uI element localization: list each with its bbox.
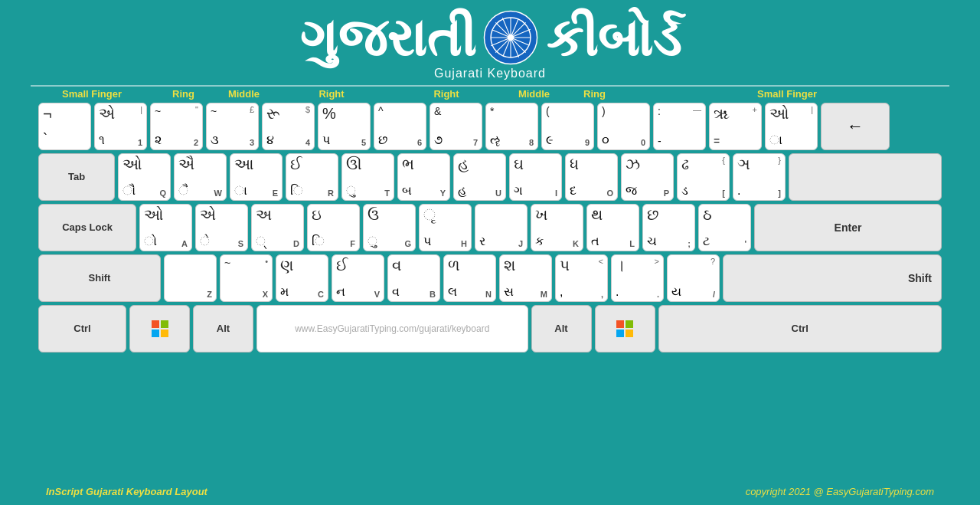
key-lbracket[interactable]: ઢ { ડ [ — [677, 153, 730, 201]
key-q[interactable]: ઓ ૌ Q — [118, 153, 171, 201]
key-1[interactable]: એ | ૧ 1 — [94, 103, 147, 150]
key-n[interactable]: ળ લ N — [443, 254, 496, 302]
key-y[interactable]: ભ બ Y — [397, 153, 450, 201]
title-english: Gujarati Keyboard — [299, 67, 681, 80]
key-z[interactable]: Z — [164, 254, 217, 302]
finger-middle-right: Middle — [504, 85, 564, 100]
key-semicolon[interactable]: છ ચ ; — [642, 204, 695, 251]
key-3[interactable]: ~ £ ૩ 3 — [206, 103, 259, 150]
key-i[interactable]: ઘ ગ I — [509, 153, 562, 201]
key-v[interactable]: ઈ ન V — [332, 254, 384, 302]
key-p[interactable]: ઝ જ P — [621, 153, 674, 201]
key-backslash[interactable]: ઓ | ા — [765, 103, 818, 150]
key-rbracket[interactable]: ઞ } . ] — [733, 153, 786, 201]
key-4[interactable]: રૂ $ ૪ 4 — [262, 103, 315, 150]
footer-right: copyright 2021 @ EasyGujaratiTyping.com — [746, 486, 934, 497]
key-g[interactable]: ઉ ુ G — [363, 204, 416, 251]
caps-lock-key[interactable]: Caps Lock — [38, 204, 136, 251]
keyboard: ¬ ` એ | ૧ 1 ~ " ૨ 2 — [31, 100, 949, 356]
enter-key-2[interactable]: Enter — [754, 204, 942, 251]
key-l[interactable]: થ ત L — [586, 204, 639, 251]
key-r[interactable]: ઈ િ R — [286, 153, 338, 201]
finger-right-left: Right — [274, 85, 389, 100]
key-x[interactable]: ~ • X — [220, 254, 273, 302]
shift-right-key[interactable]: Shift — [723, 254, 942, 302]
key-0[interactable]: ) ૦ 0 — [597, 103, 650, 150]
key-k[interactable]: ખ ક K — [531, 204, 583, 251]
key-a[interactable]: ઓ ો A — [139, 204, 192, 251]
key-j[interactable]: ર J — [475, 204, 528, 251]
key-b[interactable]: વ વ B — [387, 254, 440, 302]
key-2[interactable]: ~ " ૨ 2 — [150, 103, 203, 150]
key-c[interactable]: ણ મ C — [276, 254, 328, 302]
key-5[interactable]: % પ 5 — [318, 103, 371, 150]
number-row: ¬ ` એ | ૧ 1 ~ " ૨ 2 — [38, 103, 942, 150]
finger-middle-left: Middle — [214, 85, 274, 100]
finger-ring-right: Ring — [564, 85, 625, 100]
finger-ring-left: Ring — [153, 85, 214, 100]
key-s[interactable]: એ ે S — [195, 204, 248, 251]
zxcv-row: Shift Z ~ • X ણ — [38, 254, 942, 302]
key-minus[interactable]: : — - — [653, 103, 706, 150]
key-equals[interactable]: ૠ + = — [709, 103, 762, 150]
alt-right-key[interactable]: Alt — [531, 305, 592, 353]
ctrl-right-key[interactable]: Ctrl — [658, 305, 942, 353]
finger-small-right: Small Finger — [625, 85, 949, 100]
asdf-row: Caps Lock ઓ ો A એ ે S અ — [38, 204, 942, 251]
key-backtick[interactable]: ¬ ` — [38, 103, 91, 150]
windows-right-key[interactable] — [595, 305, 655, 353]
title-gujarati: ગુજરાતી કીબોર્ડ — [299, 9, 681, 67]
key-o[interactable]: ધ દ O — [565, 153, 618, 201]
alt-left-key[interactable]: Alt — [193, 305, 253, 353]
backspace-key[interactable]: ← — [821, 103, 890, 150]
key-quote[interactable]: ઠ ટ ' — [698, 204, 751, 251]
finger-right-right: Right — [389, 85, 504, 100]
finger-small-left: Small Finger — [31, 85, 153, 100]
windows-left-key[interactable] — [129, 305, 190, 353]
enter-key[interactable] — [789, 153, 942, 201]
header: ગુજરાતી કીબોર્ડ Gujarati Keyboard — [299, 0, 681, 80]
key-9[interactable]: ( ૯ 9 — [541, 103, 594, 150]
key-m[interactable]: શ સ M — [499, 254, 552, 302]
key-h[interactable]: ૃ પ H — [419, 204, 472, 251]
key-comma[interactable]: પ < , , — [555, 254, 608, 302]
key-7[interactable]: & ૭ 7 — [430, 103, 482, 150]
key-f[interactable]: ઇ િ F — [307, 204, 360, 251]
key-8[interactable]: * ૡ 8 — [485, 103, 538, 150]
shift-left-key[interactable]: Shift — [38, 254, 161, 302]
key-d[interactable]: અ ્ D — [251, 204, 304, 251]
tab-key[interactable]: Tab — [38, 153, 115, 201]
ctrl-left-key[interactable]: Ctrl — [38, 305, 126, 353]
windows-icon-right — [616, 320, 633, 337]
key-t[interactable]: ઊ ુ T — [341, 153, 394, 201]
bottom-row: Ctrl Alt www.EasyGujaratiTyping.com/guja… — [38, 305, 942, 353]
spacebar-url: www.EasyGujaratiTyping.com/gujarati/keyb… — [295, 323, 489, 334]
ashoka-wheel-icon — [483, 10, 538, 65]
spacebar-key[interactable]: www.EasyGujaratiTyping.com/gujarati/keyb… — [256, 305, 528, 353]
key-period[interactable]: । > . . — [611, 254, 664, 302]
key-w[interactable]: ઐ ૈ W — [174, 153, 227, 201]
qwerty-row: Tab ઓ ૌ Q ઐ ૈ W આ ા — [38, 153, 942, 201]
key-slash[interactable]: ? ય / — [667, 254, 720, 302]
key-e[interactable]: આ ા E — [230, 153, 283, 201]
footer-left: InScript Gujarati Keyboard Layout — [46, 486, 207, 497]
key-u[interactable]: હ હ U — [453, 153, 506, 201]
key-6[interactable]: ^ છ 6 — [374, 103, 426, 150]
windows-icon-left — [152, 320, 168, 337]
